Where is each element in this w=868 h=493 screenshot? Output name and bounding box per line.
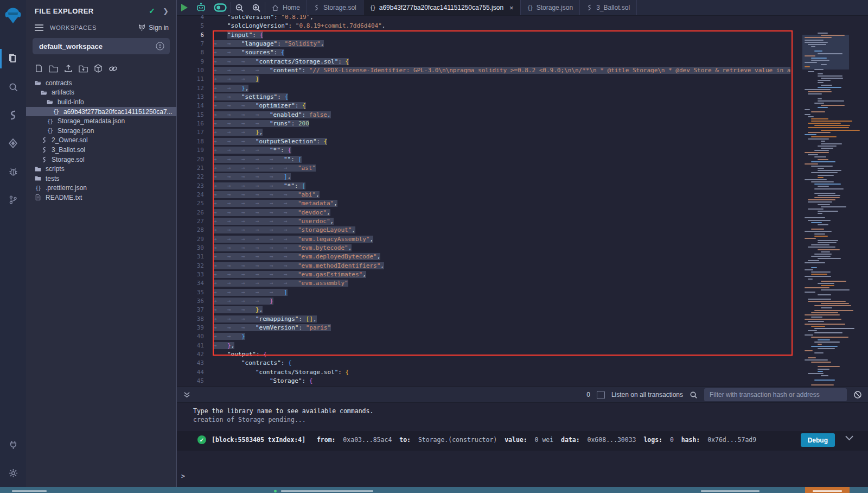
file-explorer-icon[interactable] bbox=[0, 45, 26, 73]
tree-item-2-owner-sol[interactable]: 2_Owner.sol bbox=[26, 136, 176, 146]
remix-ide-window: { "annotation": {"color": "#ff3b2e"}, "r… bbox=[0, 0, 868, 493]
tree-item-contracts[interactable]: contracts bbox=[26, 78, 176, 88]
zoom-in-icon[interactable] bbox=[248, 0, 265, 15]
tree-item--prettierrc-json[interactable]: {}.prettierrc.json bbox=[26, 184, 176, 193]
ipfs-box-icon[interactable] bbox=[94, 64, 103, 73]
plugin-manager-icon[interactable] bbox=[0, 431, 26, 459]
statusbar-item bbox=[701, 490, 760, 492]
tree-item-tests[interactable]: tests bbox=[26, 174, 176, 184]
code-line-36: 36→→→→} bbox=[177, 297, 802, 306]
tx-expand-chevron-icon[interactable] bbox=[845, 435, 853, 441]
listen-transactions-checkbox[interactable] bbox=[597, 391, 605, 399]
zoom-out-icon[interactable] bbox=[231, 0, 248, 15]
tree-item-label: artifacts bbox=[52, 89, 74, 96]
tree-item-storage-metadata-json[interactable]: {}Storage_metadata.json bbox=[26, 116, 176, 126]
debugger-icon[interactable] bbox=[0, 157, 26, 186]
file-tree: contractsartifactsbuild-info{}a69b43f277… bbox=[26, 78, 176, 203]
code-line-42: 42"output": { bbox=[177, 350, 802, 359]
terminal-header: 0 Listen on all transactions bbox=[177, 387, 868, 403]
remix-logo-icon[interactable] bbox=[0, 0, 26, 30]
tree-item-label: Storage_metadata.json bbox=[58, 117, 125, 125]
panel-expand-icon[interactable]: ❯ bbox=[163, 7, 169, 15]
code-line-11: 11→→→} bbox=[177, 75, 802, 84]
transaction-filter-input[interactable] bbox=[704, 388, 847, 401]
run-script-icon[interactable] bbox=[177, 0, 192, 15]
tree-item-label: tests bbox=[46, 175, 59, 182]
workspace-select[interactable]: default_workspace bbox=[33, 38, 170, 54]
git-icon[interactable] bbox=[0, 186, 26, 214]
listen-transactions-label[interactable]: Listen on all transactions bbox=[611, 391, 683, 399]
terminal-line: creation of Storage pending... bbox=[193, 416, 306, 424]
clear-console-icon[interactable] bbox=[853, 390, 862, 399]
new-folder-icon[interactable] bbox=[49, 64, 58, 73]
code-line-27: 27→→→→→→"userdoc", bbox=[177, 217, 802, 226]
code-line-20: 20→→→→→"": [ bbox=[177, 155, 802, 164]
tab-storage-sol[interactable]: Storage.sol bbox=[307, 0, 363, 15]
status-bar bbox=[0, 487, 868, 493]
tree-item-3-ballot-sol[interactable]: 3_Ballot.sol bbox=[26, 145, 176, 155]
code-line-19: 19→→→→"*": { bbox=[177, 146, 802, 155]
tree-item-label: a69b43f277ba20fcac141151250ca7... bbox=[63, 108, 173, 116]
terminal-collapse-icon[interactable] bbox=[183, 391, 190, 399]
code-line-10: 10→→→→"content": "// SPDX-License-Identi… bbox=[177, 66, 802, 75]
code-line-26: 26→→→→→→"devdoc", bbox=[177, 208, 802, 217]
tree-item-label: Storage.json bbox=[58, 127, 94, 135]
code-line-4: 4"solcVersion": "0.8.19", bbox=[177, 15, 802, 22]
close-tab-icon[interactable]: × bbox=[509, 4, 514, 12]
remix-ai-icon[interactable] bbox=[192, 0, 210, 15]
code-line-7: 7→→"language": "Solidity", bbox=[177, 40, 802, 48]
terminal-panel: 0 Listen on all transactions Type the li… bbox=[177, 387, 868, 488]
tree-item-label: Storage.sol bbox=[52, 156, 85, 163]
terminal-output: Type the library name to see available c… bbox=[177, 403, 868, 488]
tx-success-icon: ✓ bbox=[197, 435, 206, 444]
code-editor[interactable]: 4"solcVersion": "0.8.19",5"solcLongVersi… bbox=[177, 15, 868, 387]
code-line-8: 8→→"sources": { bbox=[177, 48, 802, 57]
transaction-log-row[interactable]: ✓ [block:5583405 txIndex:4] from: 0xa03.… bbox=[197, 435, 756, 444]
statusbar-alert-segment[interactable] bbox=[805, 487, 850, 493]
settings-gear-icon[interactable] bbox=[0, 459, 26, 487]
code-line-37: 37→→→}, bbox=[177, 306, 802, 314]
editor-area: HomeStorage.sol{}a69b43f277ba20fcac14115… bbox=[176, 0, 868, 487]
sign-in-button[interactable]: Sign in bbox=[138, 24, 169, 31]
minimap[interactable] bbox=[802, 30, 849, 387]
tab-storage-json[interactable]: {}Storage.json bbox=[521, 0, 580, 15]
code-line-23: 23→→→→→"*": [ bbox=[177, 182, 802, 191]
json-icon: {} bbox=[527, 5, 533, 11]
code-line-28: 28→→→→→→"storageLayout", bbox=[177, 226, 802, 235]
new-file-icon[interactable] bbox=[35, 64, 43, 73]
tree-item-label: contracts bbox=[46, 79, 72, 87]
deploy-and-run-icon[interactable] bbox=[0, 129, 26, 157]
link-icon[interactable] bbox=[108, 64, 118, 73]
ai-copilot-toggle[interactable] bbox=[210, 0, 231, 15]
code-line-38: 38→→→"remappings": [], bbox=[177, 315, 802, 324]
code-line-17: 17→→→}, bbox=[177, 128, 802, 137]
json-icon: {} bbox=[46, 128, 54, 134]
tree-item-build-info[interactable]: build-info bbox=[26, 97, 176, 107]
upload-folder-icon[interactable] bbox=[79, 64, 88, 73]
code-line-31: 31→→→→→→"evm.deployedBytecode", bbox=[177, 252, 802, 261]
code-line-30: 30→→→→→→"evm.bytecode", bbox=[177, 244, 802, 252]
terminal-search-icon[interactable] bbox=[690, 391, 698, 399]
upload-file-icon[interactable] bbox=[64, 64, 73, 73]
terminal-prompt[interactable]: > bbox=[181, 472, 185, 480]
tree-item-a69b43f277ba20fcac141151250ca7-[interactable]: {}a69b43f277ba20fcac141151250ca7... bbox=[26, 107, 176, 117]
tab-a69b43f277ba20fcac141151250ca755-json[interactable]: {}a69b43f277ba20fcac141151250ca755.json× bbox=[363, 0, 521, 15]
folder-icon bbox=[34, 175, 42, 182]
tab-label: Home bbox=[283, 4, 300, 11]
code-line-22: 22→→→→→], bbox=[177, 173, 802, 181]
tree-item-readme-txt[interactable]: README.txt bbox=[26, 193, 176, 203]
solidity-compiler-icon[interactable] bbox=[0, 101, 26, 129]
tree-item-label: 3_Ballot.sol bbox=[52, 146, 85, 154]
debug-button[interactable]: Debug bbox=[801, 433, 835, 447]
workspaces-menu-icon[interactable] bbox=[35, 24, 43, 31]
search-icon[interactable] bbox=[0, 73, 26, 101]
tab-label: Storage.json bbox=[537, 4, 573, 11]
tree-item-storage-sol[interactable]: Storage.sol bbox=[26, 155, 176, 165]
tab-home[interactable]: Home bbox=[265, 0, 307, 15]
tab-3-ballot-sol[interactable]: 3_Ballot.sol bbox=[580, 0, 637, 15]
code-line-5: 5"solcLongVersion": "0.8.19+commit.7dd6d… bbox=[177, 22, 802, 30]
tree-item-storage-json[interactable]: {}Storage.json bbox=[26, 126, 176, 136]
activity-bar bbox=[0, 0, 27, 487]
tree-item-artifacts[interactable]: artifacts bbox=[26, 88, 176, 98]
tree-item-scripts[interactable]: scripts bbox=[26, 164, 176, 174]
